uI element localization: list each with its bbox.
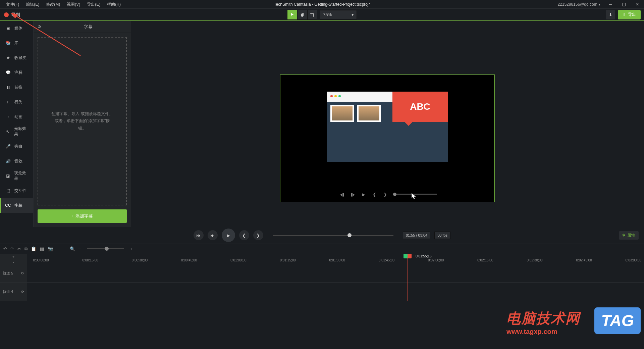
cut-button[interactable]: ✂ bbox=[17, 246, 21, 251]
track-header-4[interactable]: 轨道 4 ⟳ bbox=[0, 282, 27, 301]
timeline-ruler[interactable]: 0:01:55;16 0:00:00;000:00:15;000:00:30;0… bbox=[27, 254, 644, 264]
mic-icon: 🎤 bbox=[5, 144, 11, 149]
ruler-tick: 0:00:00;00 bbox=[33, 258, 49, 262]
play-button[interactable]: ▶ bbox=[222, 229, 235, 242]
playhead[interactable] bbox=[408, 254, 408, 264]
zoom-dropdown[interactable]: 75% ▾ bbox=[320, 10, 357, 19]
track-options-icon[interactable]: ⟳ bbox=[21, 290, 24, 294]
rail-transitions[interactable]: ◧转换 bbox=[0, 80, 33, 95]
zoom-in-button[interactable]: + bbox=[130, 246, 133, 251]
record-button[interactable]: 录制 bbox=[0, 9, 24, 21]
prev-clip-button[interactable]: ⏮ bbox=[194, 230, 204, 240]
animation-icon: → bbox=[5, 114, 11, 119]
rail-captions[interactable]: CC字幕 bbox=[0, 198, 33, 213]
snapshot-button[interactable]: 📷 bbox=[48, 246, 53, 251]
menu-view[interactable]: 视图(V) bbox=[63, 0, 84, 9]
bubble-text: ABC bbox=[410, 101, 430, 112]
canvas-prev-frame[interactable]: ◂▮ bbox=[338, 190, 346, 198]
canvas-content: ABC bbox=[327, 92, 448, 162]
ruler-tick: 0:01:15;00 bbox=[280, 258, 296, 262]
download-button[interactable]: ⬇ bbox=[606, 10, 615, 19]
track-row[interactable] bbox=[27, 282, 644, 301]
rail-behaviors[interactable]: ⎍行为 bbox=[0, 95, 33, 109]
rail-audio[interactable]: 🔊音效 bbox=[0, 154, 33, 168]
paste-button[interactable]: 📋 bbox=[31, 246, 36, 251]
ruler-tick: 0:02:15;00 bbox=[477, 258, 493, 262]
ruler-tick: 0:00:30;00 bbox=[132, 258, 148, 262]
rail-favorites[interactable]: ★收藏夹 bbox=[0, 50, 33, 65]
menu-edit[interactable]: 编辑(E) bbox=[22, 0, 43, 9]
panel-settings[interactable]: ✲ bbox=[34, 24, 46, 29]
undo-button[interactable]: ↶ bbox=[3, 246, 7, 251]
track-add-controls[interactable]: ＋ ⌄ bbox=[0, 254, 27, 264]
playback-scrubber[interactable] bbox=[273, 235, 393, 236]
ruler-tick: 0:03:00;00 bbox=[626, 258, 641, 262]
menu-file[interactable]: 文件(F) bbox=[3, 0, 22, 9]
step-back-button[interactable]: ❮ bbox=[239, 230, 249, 240]
timeline: ＋ ⌄ 0:01:55;16 0:00:00;000:00:15;000:00:… bbox=[0, 254, 644, 348]
add-track-icon: ＋ bbox=[12, 254, 15, 259]
rail-cursor[interactable]: ↖光标效果 bbox=[0, 124, 33, 139]
track-area[interactable] bbox=[27, 264, 644, 301]
maximize-button[interactable]: ▢ bbox=[617, 0, 631, 9]
properties-button[interactable]: ✲ 属性 bbox=[619, 231, 639, 240]
copy-button[interactable]: ⧉ bbox=[24, 246, 28, 252]
main-area: ▣媒体 📚库 ★收藏夹 💬注释 ◧转换 ⎍行为 →动画 ↖光标效果 🎤旁白 🔊音… bbox=[0, 21, 644, 227]
export-button[interactable]: ⇧ 导出 bbox=[618, 10, 641, 19]
ruler-tick: 0:00:15;00 bbox=[83, 258, 98, 262]
gear-icon: ✲ bbox=[622, 233, 626, 238]
canvas-frame[interactable]: ABC ◂▮ ▮▸ ▶ ❮ ❯ bbox=[280, 74, 495, 202]
canvas-next-frame[interactable]: ▮▸ bbox=[349, 190, 357, 198]
track-row[interactable] bbox=[27, 264, 644, 282]
visual-icon: ◪ bbox=[5, 173, 11, 178]
menu-modify[interactable]: 修改(M) bbox=[43, 0, 63, 9]
fps-display: 30 fps bbox=[434, 232, 450, 239]
rail-animations[interactable]: →动画 bbox=[0, 109, 33, 124]
next-clip-button[interactable]: ⏭ bbox=[208, 230, 218, 240]
export-label: 导出 bbox=[628, 12, 636, 17]
hand-tool[interactable] bbox=[297, 10, 307, 20]
select-tool[interactable] bbox=[287, 10, 297, 20]
caption-dropzone[interactable]: 创建字幕、导入 或拖放标题文件。 或者，单击下面的"添加字幕"按 钮。 bbox=[38, 37, 127, 205]
track-options-icon[interactable]: ⟳ bbox=[21, 271, 24, 276]
zoom-slider[interactable] bbox=[87, 248, 124, 249]
left-rail: ▣媒体 📚库 ★收藏夹 💬注释 ◧转换 ⎍行为 →动画 ↖光标效果 🎤旁白 🔊音… bbox=[0, 21, 34, 227]
track-header-5[interactable]: 轨道 5 ⟳ bbox=[0, 264, 27, 282]
minimize-button[interactable]: ─ bbox=[604, 0, 617, 9]
zoom-out-button[interactable]: − bbox=[78, 246, 81, 251]
canvas-play[interactable]: ▶ bbox=[360, 190, 368, 198]
menu-help[interactable]: 帮助(H) bbox=[104, 0, 124, 9]
rail-media[interactable]: ▣媒体 bbox=[0, 21, 33, 36]
account-dropdown[interactable]: 2215288156@qq.com ▾ bbox=[554, 2, 604, 7]
side-panel: ✲ 字幕 创建字幕、导入 或拖放标题文件。 或者，单击下面的"添加字幕"按 钮。… bbox=[34, 21, 131, 227]
share-icon: ⇧ bbox=[623, 12, 626, 17]
rail-visual[interactable]: ◪视觉效果 bbox=[0, 168, 33, 183]
panel-title: 字幕 bbox=[46, 24, 131, 30]
track-4-label: 轨道 4 bbox=[3, 289, 13, 294]
canvas-back[interactable]: ❮ bbox=[370, 190, 378, 198]
behavior-icon: ⎍ bbox=[5, 100, 11, 104]
menu-export[interactable]: 导出(E) bbox=[84, 0, 104, 9]
dropzone-text: 创建字幕、导入 或拖放标题文件。 或者，单击下面的"添加字幕"按 钮。 bbox=[46, 110, 118, 132]
media-icon: ▣ bbox=[5, 26, 11, 31]
step-forward-button[interactable]: ❯ bbox=[253, 230, 263, 240]
rail-library[interactable]: 📚库 bbox=[0, 36, 33, 50]
rail-interactivity[interactable]: ⬚交互性 bbox=[0, 183, 33, 198]
add-caption-button[interactable]: + 添加字幕 bbox=[38, 209, 127, 223]
toolbar: 录制 75% ▾ ⬇ ⇧ 导出 bbox=[0, 9, 644, 21]
zoom-value: 75% bbox=[323, 12, 332, 17]
rail-annotations[interactable]: 💬注释 bbox=[0, 65, 33, 80]
playhead-grip[interactable] bbox=[404, 254, 412, 258]
record-label: 录制 bbox=[11, 12, 20, 18]
speech-bubble: ABC bbox=[392, 92, 448, 122]
properties-label: 属性 bbox=[627, 233, 635, 238]
browser-dots bbox=[330, 95, 341, 97]
canvas-forward[interactable]: ❯ bbox=[381, 190, 389, 198]
close-button[interactable]: ✕ bbox=[631, 0, 644, 9]
redo-button[interactable]: ↷ bbox=[10, 246, 14, 251]
ruler-tick: 0:01:00;00 bbox=[230, 258, 246, 262]
split-button[interactable]: ▮▮ bbox=[40, 246, 44, 251]
crop-tool[interactable] bbox=[307, 10, 317, 20]
star-icon: ★ bbox=[5, 55, 11, 60]
rail-narration[interactable]: 🎤旁白 bbox=[0, 139, 33, 154]
